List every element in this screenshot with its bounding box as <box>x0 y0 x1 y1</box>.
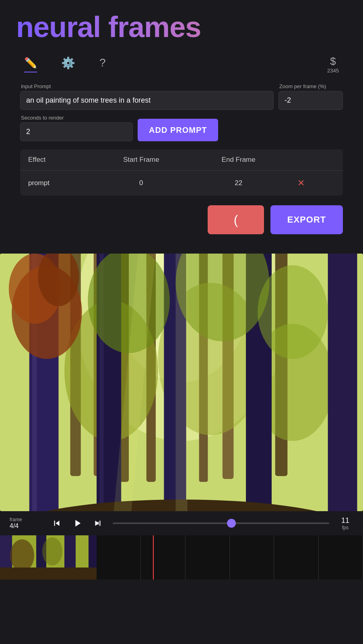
frame-value: 4/4 <box>10 522 19 530</box>
dollar-icon: $ <box>330 55 336 68</box>
seconds-group: Seconds to render <box>20 115 133 141</box>
render-button[interactable]: ( <box>208 205 264 234</box>
credits-amount: 2345 <box>327 68 339 74</box>
video-container: frame 4/4 11 <box>0 254 363 580</box>
fps-value: 11 <box>341 516 349 525</box>
svg-rect-40 <box>0 568 97 580</box>
frame-label: frame <box>10 517 22 522</box>
nav-item-edit[interactable]: ✏️ <box>24 57 37 72</box>
skip-forward-button[interactable] <box>91 516 105 530</box>
zoom-input[interactable] <box>278 91 343 110</box>
fps-label: fps <box>342 525 349 530</box>
nav-bar: ✏️ ⚙️ ? $ 2345 <box>0 51 363 74</box>
svg-point-38 <box>10 539 34 572</box>
timeline-thumbnail <box>0 535 97 580</box>
timeline-tick-1 <box>97 535 141 580</box>
skip-back-icon <box>52 518 62 528</box>
app-header: neural frames <box>0 0 363 51</box>
prompt-label: Input Prompt <box>20 83 274 89</box>
effects-table: Effect Start Frame End Frame prompt 0 22… <box>20 149 343 196</box>
main-content: Input Prompt Zoom per frame (%) Seconds … <box>0 74 363 254</box>
zoom-label: Zoom per frame (%) <box>278 83 343 89</box>
seconds-label: Seconds to render <box>20 115 133 121</box>
action-row: ( EXPORT <box>20 205 343 234</box>
col-effect: Effect <box>20 149 91 171</box>
timeline-tick-4 <box>230 535 274 580</box>
zoom-group: Zoom per frame (%) <box>278 83 343 110</box>
timeline-tick-6 <box>319 535 363 580</box>
export-button[interactable]: EXPORT <box>270 205 343 234</box>
col-start-frame: Start Frame <box>91 149 191 171</box>
svg-rect-21 <box>328 254 357 511</box>
add-prompt-button[interactable]: ADD PROMPT <box>138 119 218 141</box>
play-button[interactable] <box>70 516 85 530</box>
timeline-strip <box>0 535 363 580</box>
nav-item-settings[interactable]: ⚙️ <box>61 56 75 73</box>
svg-point-30 <box>258 265 328 359</box>
forest-painting-svg <box>0 254 363 511</box>
second-row: Seconds to render ADD PROMPT <box>20 115 343 141</box>
video-controls: frame 4/4 11 <box>0 511 363 535</box>
frame-info: frame 4/4 <box>10 517 42 530</box>
timeline-tick-3 <box>186 535 230 580</box>
fps-display: 11 fps <box>337 516 353 530</box>
play-icon <box>72 518 83 529</box>
nav-credits[interactable]: $ 2345 <box>327 55 339 74</box>
col-end-frame: End Frame <box>191 149 286 171</box>
prompt-input[interactable] <box>20 91 274 110</box>
timeline-tick-5 <box>274 535 318 580</box>
delete-cell: ✕ <box>286 171 343 196</box>
col-delete <box>286 149 343 171</box>
timeline-thumb-svg <box>0 535 97 580</box>
seek-bar[interactable] <box>113 522 329 524</box>
delete-row-button[interactable]: ✕ <box>294 178 308 188</box>
video-preview <box>0 254 363 511</box>
edit-icon: ✏️ <box>24 57 37 69</box>
skip-back-button[interactable] <box>50 516 64 530</box>
svg-point-39 <box>42 537 62 566</box>
prompt-group: Input Prompt <box>20 83 274 110</box>
timeline-tick-2 <box>141 535 185 580</box>
table-header: Effect Start Frame End Frame <box>20 149 343 171</box>
end-frame-cell: 22 <box>191 171 286 196</box>
timeline-track[interactable] <box>97 535 363 580</box>
input-row: Input Prompt Zoom per frame (%) <box>20 83 343 110</box>
nav-item-help[interactable]: ? <box>99 56 106 72</box>
app-title: neural frames <box>16 11 347 43</box>
gear-icon: ⚙️ <box>61 56 75 70</box>
control-buttons <box>50 516 105 530</box>
effect-cell: prompt <box>20 171 91 196</box>
table-row: prompt 0 22 ✕ <box>20 171 343 196</box>
skip-forward-icon <box>93 518 103 528</box>
render-icon: ( <box>234 213 238 227</box>
table-body: prompt 0 22 ✕ <box>20 171 343 196</box>
timeline-playhead <box>153 535 154 580</box>
start-frame-cell: 0 <box>91 171 191 196</box>
seconds-input[interactable] <box>20 122 133 141</box>
help-icon: ? <box>99 56 106 69</box>
